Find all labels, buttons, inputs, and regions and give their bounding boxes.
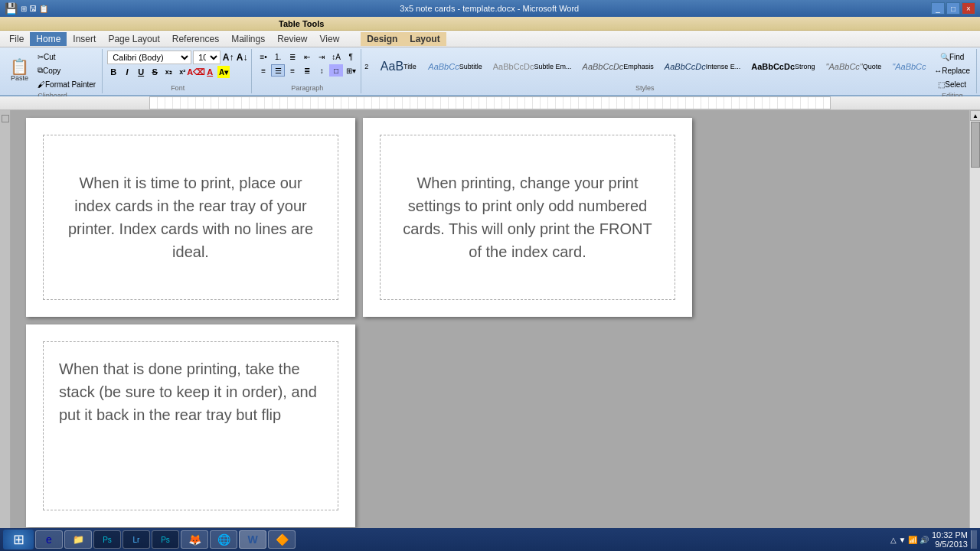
menu-page-layout[interactable]: Page Layout (102, 32, 165, 46)
menu-layout[interactable]: Layout (403, 32, 446, 46)
highlight-button[interactable]: A▾ (217, 66, 230, 78)
para-row1: ≡• 1. ≣ ⇤ ⇥ ↕A ¶ (256, 51, 358, 63)
find-button[interactable]: 🔍 Find (937, 51, 967, 63)
paste-icon: 📋 (10, 59, 29, 74)
style-strong[interactable]: AaBbCcDcStrong (747, 51, 818, 83)
style-subtle-em[interactable]: AaBbCcDcSubtle Em... (489, 51, 576, 83)
style-title[interactable]: AaBTitle (375, 51, 421, 83)
sort-button[interactable]: ↕A (329, 51, 343, 63)
find-icon: 🔍 (940, 53, 949, 61)
shading-button[interactable]: □ (329, 64, 343, 77)
menu-mailings[interactable]: Mailings (225, 32, 271, 46)
title-bar-title: 3x5 note cards - template.docx - Microso… (48, 4, 931, 13)
menu-references[interactable]: References (166, 32, 225, 46)
style-quote[interactable]: "AaBbCc"Quote (822, 51, 886, 83)
paste-button[interactable]: 📋 Paste (6, 52, 33, 89)
font-name-select[interactable]: Calibri (Body) (107, 51, 191, 64)
taskbar-explorer[interactable]: 📁 (64, 530, 92, 549)
main-area: When it is time to print, place our inde… (0, 110, 980, 548)
word-page-card1: When it is time to print, place our inde… (26, 118, 355, 317)
style-heading2[interactable]: AaBbCcHeading 2 (363, 51, 372, 83)
text-color-button[interactable]: A (204, 66, 216, 78)
menu-home[interactable]: Home (30, 32, 67, 46)
menu-view[interactable]: View (314, 32, 346, 46)
style-intense-em[interactable]: AaBbCcDcIntense E... (661, 51, 744, 83)
style-emphasis[interactable]: AaBbCcDcEmphasis (579, 51, 658, 83)
title-bar-controls: _ □ × (931, 2, 975, 15)
styles-items: AaBbCcDc1 Normal AaBbCcDc¶ No Spac... Aa… (363, 51, 926, 83)
minimize-btn[interactable]: _ (931, 2, 945, 15)
menu-review[interactable]: Review (271, 32, 313, 46)
editing-content: 🔍 Find ↔ Replace ⬚ Select (931, 51, 973, 90)
taskbar-vlc[interactable]: 🔶 (268, 530, 296, 549)
clear-format-button[interactable]: A⌫ (190, 66, 202, 78)
taskbar-ps[interactable]: Ps (93, 530, 121, 549)
align-left-button[interactable]: ≡ (256, 64, 270, 77)
taskbar-chrome[interactable]: 🌐 (210, 530, 237, 549)
taskbar-ie[interactable]: e (35, 530, 63, 549)
copy-label: Copy (43, 67, 60, 75)
taskbar-firefox[interactable]: 🦊 (181, 530, 208, 549)
card1-text: When it is time to print, place our inde… (59, 171, 322, 263)
scroll-track[interactable] (970, 121, 980, 537)
grow-font-button[interactable]: A↑ (222, 51, 234, 64)
format-painter-button[interactable]: 🖌 Format Painter (34, 78, 99, 90)
maximize-btn[interactable]: □ (946, 2, 960, 15)
date-display: 9/5/2013 (932, 540, 968, 549)
taskbar-clock: 10:32 PM 9/5/2013 (932, 530, 968, 549)
italic-button[interactable]: I (121, 66, 133, 78)
copy-button[interactable]: ⧉ Copy (34, 64, 99, 77)
start-button[interactable]: ⊞ (3, 530, 34, 549)
paragraph-label: Paragraph (291, 83, 323, 92)
paste-label: Paste (11, 74, 28, 82)
style-intense-q[interactable]: "AaBbCc"Intense Q... (888, 51, 926, 83)
align-right-button[interactable]: ≡ (286, 64, 299, 77)
font-size-select[interactable]: 10 (193, 51, 220, 64)
styles-group-bottom: Styles (635, 83, 655, 92)
close-btn[interactable]: × (962, 2, 975, 15)
style-subtitle[interactable]: AaBbCcSubtitle (424, 51, 485, 83)
decrease-indent-button[interactable]: ⇤ (300, 51, 314, 63)
font-label: Font (171, 83, 185, 92)
font-format-row: B I U S x₂ x² A⌫ A A▾ (107, 66, 230, 78)
scroll-up-btn[interactable]: ▲ (970, 110, 980, 121)
scroll-thumb[interactable] (971, 122, 980, 168)
bullets-button[interactable]: ≡• (256, 51, 270, 63)
select-button[interactable]: ⬚ Select (935, 78, 969, 90)
menu-file[interactable]: File (3, 32, 30, 46)
strikethrough-button[interactable]: S (149, 66, 161, 78)
justify-button[interactable]: ≣ (300, 64, 314, 77)
ribbon-group-clipboard: 📋 Paste ✂ Cut ⧉ Copy 🖌 Format Painter (3, 49, 103, 93)
taskbar-ps2[interactable]: Ps (152, 530, 179, 549)
subscript-button[interactable]: x₂ (162, 66, 175, 78)
underline-button[interactable]: U (135, 66, 147, 78)
menu-insert[interactable]: Insert (67, 32, 102, 46)
increase-indent-button[interactable]: ⇥ (315, 51, 328, 63)
menu-design[interactable]: Design (361, 32, 403, 46)
ribbon-group-paragraph: ≡• 1. ≣ ⇤ ⇥ ↕A ¶ ≡ ☰ ≡ ≣ ↕ □ ⊞▾ (253, 49, 361, 93)
align-center-button[interactable]: ☰ (271, 64, 285, 77)
multilevel-button[interactable]: ≣ (286, 51, 299, 63)
numbering-button[interactable]: 1. (271, 51, 285, 63)
ribbon-group-font: Calibri (Body) 10 A↑ A↓ B I U S x₂ x² A⌫ (104, 49, 252, 93)
taskbar-sys-icons: △ ▼ 📶 🔊 (890, 536, 929, 544)
card3-inner: When that is done printing, take the sta… (43, 341, 338, 510)
ribbon: 📋 Paste ✂ Cut ⧉ Copy 🖌 Format Painter (0, 47, 980, 96)
document-area[interactable]: When it is time to print, place our inde… (11, 110, 969, 548)
para-row2: ≡ ☰ ≡ ≣ ↕ □ ⊞▾ (256, 64, 358, 77)
line-spacing-button[interactable]: ↕ (315, 64, 328, 77)
taskbar-show-desktop[interactable] (971, 530, 977, 549)
bold-button[interactable]: B (107, 66, 119, 78)
replace-button[interactable]: ↔ Replace (931, 64, 973, 77)
show-marks-button[interactable]: ¶ (344, 51, 358, 63)
taskbar-word[interactable]: W (239, 530, 266, 549)
page-row-1: When it is time to print, place our inde… (26, 118, 954, 317)
taskbar-lr[interactable]: Lr (122, 530, 150, 549)
select-icon: ⬚ (938, 80, 945, 89)
word-page-card3: When that is done printing, take the sta… (26, 324, 355, 527)
cut-button[interactable]: ✂ Cut (34, 51, 99, 63)
shrink-font-button[interactable]: A↓ (236, 51, 248, 64)
border-button[interactable]: ⊞▾ (344, 64, 358, 77)
left-margin-control[interactable] (2, 115, 9, 122)
paragraph-content: ≡• 1. ≣ ⇤ ⇥ ↕A ¶ ≡ ☰ ≡ ≣ ↕ □ ⊞▾ (256, 51, 358, 83)
